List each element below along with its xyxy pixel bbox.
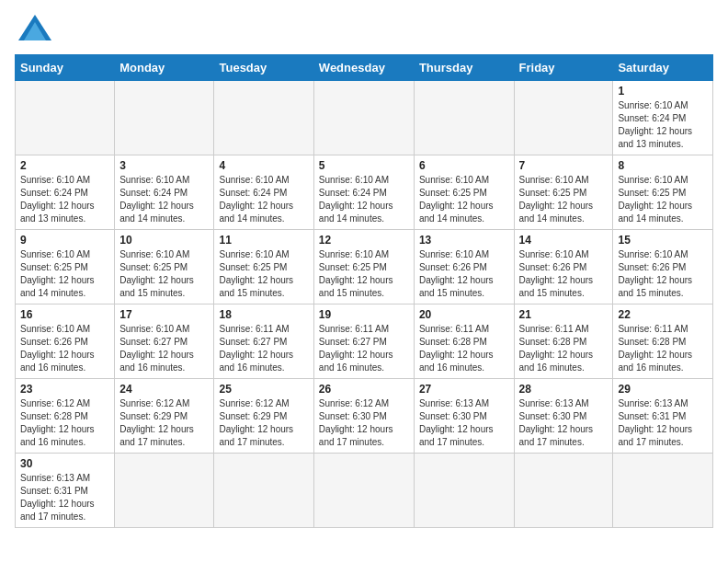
day-number: 15: [618, 234, 708, 247]
calendar-cell: 17Sunrise: 6:10 AM Sunset: 6:27 PM Dayli…: [115, 304, 214, 379]
calendar-cell: 11Sunrise: 6:10 AM Sunset: 6:25 PM Dayli…: [214, 230, 313, 304]
calendar-cell: 3Sunrise: 6:10 AM Sunset: 6:24 PM Daylig…: [115, 155, 214, 230]
logo-icon: [18, 15, 51, 40]
day-info: Sunrise: 6:10 AM Sunset: 6:24 PM Dayligh…: [618, 99, 708, 151]
day-info: Sunrise: 6:10 AM Sunset: 6:25 PM Dayligh…: [119, 248, 209, 300]
header-monday: Monday: [115, 55, 214, 81]
day-info: Sunrise: 6:10 AM Sunset: 6:25 PM Dayligh…: [519, 174, 609, 225]
calendar-cell: 20Sunrise: 6:11 AM Sunset: 6:28 PM Dayli…: [414, 304, 514, 379]
week-row-3: 16Sunrise: 6:10 AM Sunset: 6:26 PM Dayli…: [16, 304, 713, 379]
day-number: 14: [519, 234, 609, 247]
day-info: Sunrise: 6:11 AM Sunset: 6:28 PM Dayligh…: [419, 323, 509, 374]
calendar-cell: 26Sunrise: 6:12 AM Sunset: 6:30 PM Dayli…: [313, 379, 414, 454]
calendar-cell: [313, 81, 414, 155]
page-header: [15, 15, 713, 45]
calendar-cell: 4Sunrise: 6:10 AM Sunset: 6:24 PM Daylig…: [214, 155, 313, 230]
day-info: Sunrise: 6:10 AM Sunset: 6:26 PM Dayligh…: [618, 248, 708, 300]
calendar-cell: [16, 81, 115, 155]
day-number: 27: [419, 383, 509, 396]
header-wednesday: Wednesday: [313, 55, 414, 81]
calendar-cell: 8Sunrise: 6:10 AM Sunset: 6:25 PM Daylig…: [613, 155, 713, 230]
day-info: Sunrise: 6:10 AM Sunset: 6:24 PM Dayligh…: [20, 174, 109, 225]
day-number: 22: [618, 308, 708, 321]
day-info: Sunrise: 6:10 AM Sunset: 6:24 PM Dayligh…: [319, 174, 409, 225]
calendar-cell: 9Sunrise: 6:10 AM Sunset: 6:25 PM Daylig…: [16, 230, 115, 304]
day-info: Sunrise: 6:12 AM Sunset: 6:28 PM Dayligh…: [20, 397, 109, 449]
day-info: Sunrise: 6:10 AM Sunset: 6:24 PM Dayligh…: [219, 174, 308, 225]
day-number: 2: [20, 159, 109, 172]
calendar-cell: 16Sunrise: 6:10 AM Sunset: 6:26 PM Dayli…: [16, 304, 115, 379]
day-info: Sunrise: 6:11 AM Sunset: 6:27 PM Dayligh…: [219, 323, 308, 374]
calendar-cell: [414, 454, 514, 528]
calendar-cell: 19Sunrise: 6:11 AM Sunset: 6:27 PM Dayli…: [313, 304, 414, 379]
week-row-2: 9Sunrise: 6:10 AM Sunset: 6:25 PM Daylig…: [16, 230, 713, 304]
calendar-cell: 18Sunrise: 6:11 AM Sunset: 6:27 PM Dayli…: [214, 304, 313, 379]
day-info: Sunrise: 6:10 AM Sunset: 6:26 PM Dayligh…: [20, 323, 109, 374]
day-number: 28: [519, 383, 609, 396]
calendar-cell: 24Sunrise: 6:12 AM Sunset: 6:29 PM Dayli…: [115, 379, 214, 454]
day-number: 5: [319, 159, 409, 172]
calendar-cell: 1Sunrise: 6:10 AM Sunset: 6:24 PM Daylig…: [613, 81, 713, 155]
day-number: 6: [419, 159, 509, 172]
calendar-cell: 12Sunrise: 6:10 AM Sunset: 6:25 PM Dayli…: [313, 230, 414, 304]
day-info: Sunrise: 6:10 AM Sunset: 6:24 PM Dayligh…: [119, 174, 209, 225]
calendar-cell: [514, 454, 613, 528]
header-friday: Friday: [514, 55, 613, 81]
day-info: Sunrise: 6:11 AM Sunset: 6:27 PM Dayligh…: [319, 323, 409, 374]
calendar-cell: [414, 81, 514, 155]
header-thursday: Thursday: [414, 55, 514, 81]
day-number: 16: [20, 308, 109, 321]
calendar-cell: [214, 454, 313, 528]
day-info: Sunrise: 6:13 AM Sunset: 6:31 PM Dayligh…: [618, 397, 708, 449]
calendar-cell: 29Sunrise: 6:13 AM Sunset: 6:31 PM Dayli…: [613, 379, 713, 454]
day-number: 24: [119, 383, 209, 396]
day-number: 25: [219, 383, 308, 396]
day-info: Sunrise: 6:12 AM Sunset: 6:29 PM Dayligh…: [219, 397, 308, 449]
day-number: 18: [219, 308, 308, 321]
day-number: 7: [519, 159, 609, 172]
calendar-cell: 28Sunrise: 6:13 AM Sunset: 6:30 PM Dayli…: [514, 379, 613, 454]
day-info: Sunrise: 6:12 AM Sunset: 6:30 PM Dayligh…: [319, 397, 409, 449]
day-number: 1: [618, 85, 708, 98]
calendar-cell: 14Sunrise: 6:10 AM Sunset: 6:26 PM Dayli…: [514, 230, 613, 304]
day-info: Sunrise: 6:10 AM Sunset: 6:26 PM Dayligh…: [419, 248, 509, 300]
calendar-cell: [613, 454, 713, 528]
calendar-table: SundayMondayTuesdayWednesdayThursdayFrid…: [15, 54, 713, 528]
day-number: 3: [119, 159, 209, 172]
day-info: Sunrise: 6:13 AM Sunset: 6:30 PM Dayligh…: [519, 397, 609, 449]
calendar-cell: 23Sunrise: 6:12 AM Sunset: 6:28 PM Dayli…: [16, 379, 115, 454]
day-info: Sunrise: 6:11 AM Sunset: 6:28 PM Dayligh…: [618, 323, 708, 374]
day-info: Sunrise: 6:10 AM Sunset: 6:25 PM Dayligh…: [618, 174, 708, 225]
calendar-cell: 25Sunrise: 6:12 AM Sunset: 6:29 PM Dayli…: [214, 379, 313, 454]
calendar-cell: [214, 81, 313, 155]
logo: [15, 15, 51, 45]
calendar-cell: 13Sunrise: 6:10 AM Sunset: 6:26 PM Dayli…: [414, 230, 514, 304]
day-number: 26: [319, 383, 409, 396]
day-number: 30: [20, 457, 109, 470]
day-number: 12: [319, 234, 409, 247]
day-number: 29: [618, 383, 708, 396]
week-row-1: 2Sunrise: 6:10 AM Sunset: 6:24 PM Daylig…: [16, 155, 713, 230]
day-number: 10: [119, 234, 209, 247]
calendar-cell: 30Sunrise: 6:13 AM Sunset: 6:31 PM Dayli…: [16, 454, 115, 528]
calendar-cell: 22Sunrise: 6:11 AM Sunset: 6:28 PM Dayli…: [613, 304, 713, 379]
header-saturday: Saturday: [613, 55, 713, 81]
day-info: Sunrise: 6:10 AM Sunset: 6:25 PM Dayligh…: [419, 174, 509, 225]
calendar-cell: 10Sunrise: 6:10 AM Sunset: 6:25 PM Dayli…: [115, 230, 214, 304]
calendar-cell: 5Sunrise: 6:10 AM Sunset: 6:24 PM Daylig…: [313, 155, 414, 230]
day-info: Sunrise: 6:13 AM Sunset: 6:31 PM Dayligh…: [20, 472, 109, 523]
calendar-cell: [514, 81, 613, 155]
calendar-cell: [115, 81, 214, 155]
day-number: 19: [319, 308, 409, 321]
day-number: 21: [519, 308, 609, 321]
day-info: Sunrise: 6:12 AM Sunset: 6:29 PM Dayligh…: [119, 397, 209, 449]
week-row-4: 23Sunrise: 6:12 AM Sunset: 6:28 PM Dayli…: [16, 379, 713, 454]
calendar-cell: [313, 454, 414, 528]
days-header-row: SundayMondayTuesdayWednesdayThursdayFrid…: [16, 55, 713, 81]
day-number: 11: [219, 234, 308, 247]
day-info: Sunrise: 6:11 AM Sunset: 6:28 PM Dayligh…: [519, 323, 609, 374]
header-tuesday: Tuesday: [214, 55, 313, 81]
calendar-cell: 27Sunrise: 6:13 AM Sunset: 6:30 PM Dayli…: [414, 379, 514, 454]
day-info: Sunrise: 6:10 AM Sunset: 6:25 PM Dayligh…: [319, 248, 409, 300]
day-info: Sunrise: 6:10 AM Sunset: 6:25 PM Dayligh…: [20, 248, 109, 300]
